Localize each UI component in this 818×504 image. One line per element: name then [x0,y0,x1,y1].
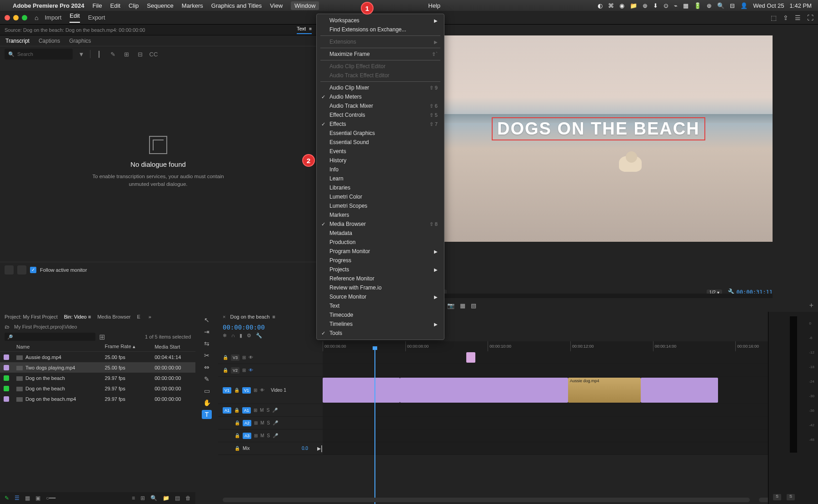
status-icon[interactable]: ⬇ [653,2,658,9]
title-graphic[interactable]: DOGS ON THE BEACH [492,117,705,140]
menu-item[interactable]: Learn [317,174,444,183]
tool-icon[interactable]: ┃ [94,49,104,59]
new-bin-icon[interactable]: 📁 [163,495,170,501]
window-minimize-icon[interactable] [13,15,19,20]
app-name[interactable]: Adobe Premiere Pro 2024 [13,2,85,9]
home-icon[interactable]: ⌂ [35,14,38,21]
menu-markers[interactable]: Markers [182,2,203,9]
razor-tool[interactable]: ✂ [202,351,212,360]
menu-file[interactable]: File [93,2,102,9]
col-mediastart[interactable]: Media Start [151,342,195,352]
icon-view-icon[interactable]: ▦ [25,495,30,501]
toggle-icon[interactable]: ▧ [471,302,476,309]
follow-checkbox[interactable]: ✓ [30,267,36,273]
quick-export-icon[interactable]: ⬚ [771,14,777,21]
table-row[interactable]: Dog on the beach29.97 fps00:00:00:00 [0,383,195,394]
status-icon[interactable]: ◉ [619,2,624,9]
user-icon[interactable]: 👤 [740,2,748,9]
camera-icon[interactable]: 📷 [447,302,454,309]
solo-button[interactable]: S [787,494,795,500]
menu-item[interactable]: ✓Effects⇧ 7 [317,120,444,129]
hand-tool[interactable]: ✋ [202,398,212,407]
menu-item[interactable]: Essential Sound [317,138,444,147]
split-icon[interactable]: ⊟ [135,49,145,59]
project-tab[interactable]: Project: My First Project [5,314,58,319]
grid-icon[interactable]: ⊞ [99,333,105,341]
auto-icon[interactable]: ⊞ [140,495,145,501]
menu-item[interactable]: Audio Clip Mixer⇧ 9 [317,83,444,92]
clip-aussie[interactable]: Aussie dog.mp4 [568,378,641,403]
type-tool[interactable]: T [202,410,212,419]
source-tab[interactable]: Source: Dog on the beach: Dog on the bea… [5,27,145,33]
subtab-graphics[interactable]: Graphics [69,38,91,44]
view-icon[interactable] [17,265,26,274]
selection-tool[interactable]: ↖ [202,315,212,324]
new-item-icon[interactable]: ▤ [175,495,180,501]
track-a1[interactable]: A1🔒A1⊞MS🎤 [218,404,818,417]
freeform-icon[interactable]: ▣ [35,495,40,501]
share-icon[interactable]: ⇪ [783,14,788,21]
menu-item[interactable]: Maximize Frame⇧` [317,50,444,59]
menu-item[interactable]: Metadata [317,229,444,238]
menu-item[interactable]: Find Extensions on Exchange... [317,25,444,34]
link-icon[interactable]: ∩ [231,333,235,339]
menubar-date[interactable]: Wed Oct 25 [753,2,784,9]
workspace-import[interactable]: Import [45,14,61,21]
status-icon[interactable]: ⊕ [643,2,648,9]
ripple-tool[interactable]: ⇆ [202,339,212,348]
menu-help[interactable]: Help [428,2,440,9]
track-mix[interactable]: 🔒Mix0.0▸| [218,442,818,455]
text-tab[interactable]: Text ≡ [297,26,312,34]
view-icon[interactable] [5,265,14,274]
cc-icon[interactable]: CC [149,49,159,59]
clip[interactable] [641,378,718,403]
status-icon[interactable]: ⊙ [663,2,668,9]
zoom-slider[interactable]: ○━━ [46,495,55,501]
trash-icon[interactable]: 🗑 [185,495,191,501]
timeline-ruler[interactable]: 00:00:06:00 00:00:08:00 00:00:10:00 00:0… [323,341,818,351]
menu-item[interactable]: Audio Track Mixer⇧ 6 [317,101,444,110]
playhead[interactable] [374,348,375,504]
menu-item[interactable]: Program Monitor▶ [317,247,444,256]
menu-view[interactable]: View [270,2,283,9]
workspace-icon[interactable]: ☰ [795,14,801,21]
menu-item[interactable]: ✓Tools [317,329,444,338]
col-framerate[interactable]: Frame Rate ▴ [101,342,151,352]
clip[interactable] [466,352,475,363]
breadcrumb[interactable]: My First Project.prproj\Video [14,324,77,329]
marker-icon[interactable]: ▮ [239,333,242,339]
menu-item[interactable]: History [317,156,444,165]
menu-item[interactable]: Reference Monitor [317,274,444,283]
track-select-tool[interactable]: ⇥ [202,327,212,336]
window-zoom-icon[interactable] [22,15,27,20]
workspace-edit[interactable]: Edit [70,12,80,23]
table-row[interactable]: Dog on the beach.mp429.97 fps00:00:00:00 [0,394,195,404]
track-v1[interactable]: V1🔒V1⊞👁Video 1 Aussie dog.mp4 [218,377,818,404]
menu-clip[interactable]: Clip [129,2,139,9]
h-scrollbar[interactable] [223,498,750,502]
table-row[interactable]: Dog on the beach29.97 fps00:00:00:00 [0,373,195,383]
pen-tool[interactable]: ✎ [202,374,212,384]
search-icon[interactable]: 🔍 [717,2,724,9]
solo-button[interactable]: S [773,494,781,500]
menu-item[interactable]: Workspaces▶ [317,16,444,25]
menu-item[interactable]: Timelines▶ [317,319,444,329]
table-row[interactable]: Two dogs playing.mp425.00 fps00:00:00:00 [0,362,195,373]
merge-icon[interactable]: ⊞ [121,49,131,59]
slip-tool[interactable]: ⇔ [202,363,212,372]
rect-tool[interactable]: ▭ [202,386,212,395]
sort-icon[interactable]: ≡ [132,495,135,501]
menu-item[interactable]: ✓Audio Meters [317,92,444,101]
menu-edit[interactable]: Edit [110,2,120,9]
bluetooth-icon[interactable]: ⌁ [674,2,678,9]
battery-icon[interactable]: 🔋 [694,2,701,9]
filter-icon[interactable]: ▼ [76,49,86,59]
track-v2[interactable]: 🔒V2⊞👁 [218,364,818,377]
menu-item[interactable]: Lumetri Color [317,192,444,201]
program-monitor[interactable]: DOGS ON THE BEACH [433,35,773,242]
snap-icon[interactable]: ❄ [223,333,227,339]
fullscreen-icon[interactable]: ⛶ [807,14,813,21]
edit-icon[interactable]: ✎ [108,49,118,59]
find-icon[interactable]: 🔍 [150,495,157,501]
clip[interactable] [400,378,568,403]
